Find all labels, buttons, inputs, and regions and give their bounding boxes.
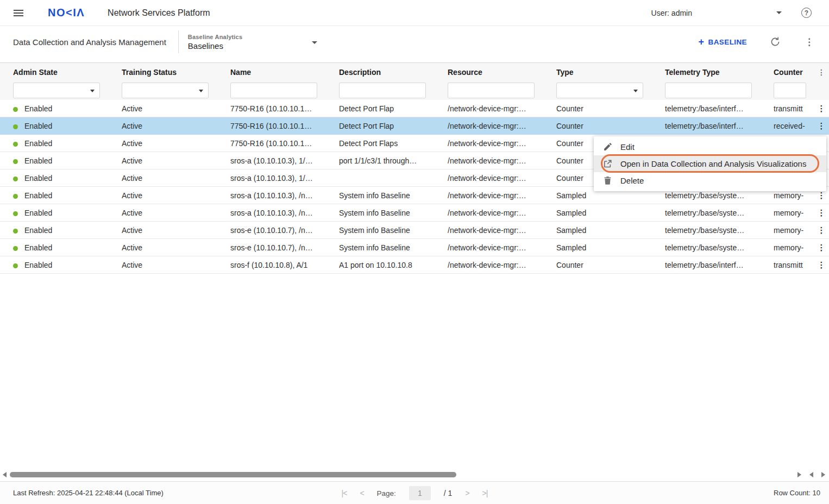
cell-telemetry-type: telemetry:/base/interf… (665, 122, 774, 130)
page-number-input[interactable] (409, 486, 431, 500)
column-header-training-status[interactable]: Training Status (122, 68, 230, 77)
cell-resource: /network-device-mgr:… (448, 122, 556, 130)
add-baseline-button[interactable]: + BASELINE (699, 36, 747, 48)
scroll-left-icon[interactable] (3, 472, 7, 477)
filter-counter-input[interactable] (774, 83, 806, 98)
toolbar-kebab-icon[interactable]: ⋮ (805, 37, 814, 47)
cell-admin-state: Enabled (0, 191, 122, 200)
table-row[interactable]: EnabledActivesros-e (10.10.10.7), /n…Sys… (0, 239, 829, 256)
table-row[interactable]: EnabledActivesros-a (10.10.10.3), /n…Sys… (0, 204, 829, 222)
refresh-button[interactable] (770, 36, 781, 47)
cell-description: Detect Port Flap (339, 122, 448, 130)
cell-training-status: Active (122, 226, 230, 235)
cell-counter: received- (774, 122, 814, 130)
cell-telemetry-type: telemetry:/base/syste… (665, 226, 774, 235)
row-actions-kebab-icon[interactable]: ⋮ (814, 121, 829, 131)
row-actions-kebab-icon[interactable]: ⋮ (814, 104, 829, 114)
column-header-name[interactable]: Name (230, 68, 339, 77)
next-page-icon[interactable]: > (465, 489, 469, 497)
menu-item-label: Open in Data Collection and Analysis Vis… (620, 159, 806, 168)
filter-name-input[interactable] (230, 83, 317, 98)
refresh-icon (770, 36, 781, 47)
table-settings-kebab-icon[interactable]: ⋮ (814, 68, 829, 76)
cell-description: Detect Port Flaps (339, 139, 448, 148)
chevron-down-icon (90, 90, 95, 92)
row-actions-kebab-icon[interactable]: ⋮ (814, 243, 829, 253)
cell-name: 7750-R16 (10.10.10.1… (230, 139, 339, 148)
table-row[interactable]: EnabledActive7750-R16 (10.10.10.1…Detect… (0, 117, 829, 135)
cell-training-status: Active (122, 156, 230, 165)
row-count-text: Row Count: 10 (774, 489, 820, 497)
prev-page-icon[interactable]: < (360, 489, 363, 497)
user-menu-caret-icon[interactable] (776, 11, 782, 14)
pencil-icon (603, 142, 612, 152)
status-dot-icon (13, 142, 18, 147)
cell-resource: /network-device-mgr:… (448, 261, 556, 269)
filter-description-input[interactable] (339, 83, 426, 98)
row-actions-kebab-icon[interactable]: ⋮ (814, 260, 829, 270)
row-actions-kebab-icon[interactable]: ⋮ (814, 208, 829, 218)
cell-description: A1 port on 10.10.10.8 (339, 261, 448, 269)
menu-item-edit[interactable]: Edit (594, 138, 826, 155)
menu-item-label: Delete (620, 176, 644, 185)
table-row[interactable]: EnabledActivesros-f (10.10.10.8), A/1A1 … (0, 256, 829, 274)
cell-training-status: Active (122, 122, 230, 130)
status-dot-icon (13, 177, 18, 181)
cell-name: sros-e (10.10.10.7), /n… (230, 226, 339, 235)
plus-icon: + (699, 36, 705, 48)
cell-description: System info Baseline (339, 209, 448, 217)
cell-telemetry-type: telemetry:/base/syste… (665, 209, 774, 217)
cell-admin-state: Enabled (0, 104, 122, 113)
table-row[interactable]: EnabledActive7750-R16 (10.10.10.1…Detect… (0, 100, 829, 117)
app-title: Network Services Platform (108, 8, 210, 18)
row-actions-kebab-icon[interactable]: ⋮ (814, 191, 829, 200)
cell-resource: /network-device-mgr:… (448, 226, 556, 235)
column-header-resource[interactable]: Resource (448, 68, 556, 77)
filter-admin-state-select[interactable] (13, 83, 100, 98)
cell-counter: transmitt (774, 261, 814, 269)
filter-telemetry-type-input[interactable] (665, 83, 752, 98)
status-dot-icon (13, 107, 18, 112)
cell-type: Sampled (556, 243, 665, 252)
first-page-icon[interactable]: |< (342, 489, 347, 497)
chevron-down-icon (199, 90, 203, 92)
cell-counter: memory- (774, 191, 814, 200)
row-actions-kebab-icon[interactable]: ⋮ (814, 225, 829, 235)
last-page-icon[interactable]: >| (482, 489, 488, 497)
filter-training-status-select[interactable] (122, 83, 209, 98)
hamburger-menu-icon[interactable] (14, 10, 23, 16)
scrollbar-thumb[interactable] (10, 472, 456, 477)
column-header-description[interactable]: Description (339, 68, 448, 77)
view-picker-value: Baselines (188, 41, 317, 51)
help-icon[interactable]: ? (801, 8, 812, 18)
column-header-type[interactable]: Type (556, 68, 665, 77)
cell-telemetry-type: telemetry:/base/interf… (665, 104, 774, 113)
column-scroll-left-icon[interactable] (809, 472, 813, 477)
column-header-counter[interactable]: Counter (774, 68, 814, 77)
filter-type-select[interactable] (556, 83, 643, 98)
user-menu-label[interactable]: User: admin (651, 9, 692, 17)
table-row[interactable]: EnabledActivesros-e (10.10.10.7), /n…Sys… (0, 222, 829, 239)
filter-resource-input[interactable] (448, 83, 535, 98)
cell-name: 7750-R16 (10.10.10.1… (230, 122, 339, 130)
column-scroll-right-icon[interactable] (821, 472, 825, 477)
view-picker[interactable]: Baseline Analytics Baselines (188, 34, 317, 51)
menu-item-open-in-visualizations[interactable]: Open in Data Collection and Analysis Vis… (594, 155, 826, 172)
cell-training-status: Active (122, 191, 230, 200)
cell-resource: /network-device-mgr:… (448, 156, 556, 165)
menu-item-delete[interactable]: Delete (594, 172, 826, 189)
status-dot-icon (13, 194, 18, 199)
column-header-admin-state[interactable]: Admin State (0, 68, 122, 77)
cell-resource: /network-device-mgr:… (448, 139, 556, 148)
scroll-right-icon[interactable] (797, 472, 801, 477)
cell-training-status: Active (122, 261, 230, 269)
cell-admin-state: Enabled (0, 122, 122, 130)
cell-counter: transmitt (774, 104, 814, 113)
cell-name: sros-a (10.10.10.3), 1/… (230, 156, 339, 165)
cell-name: sros-a (10.10.10.3), /n… (230, 209, 339, 217)
top-bar: NO<IΛ Network Services Platform User: ad… (0, 0, 829, 26)
cell-admin-state: Enabled (0, 261, 122, 269)
column-header-telemetry-type[interactable]: Telemetry Type (665, 68, 774, 77)
cell-name: sros-a (10.10.10.3), /n… (230, 191, 339, 200)
cell-resource: /network-device-mgr:… (448, 191, 556, 200)
